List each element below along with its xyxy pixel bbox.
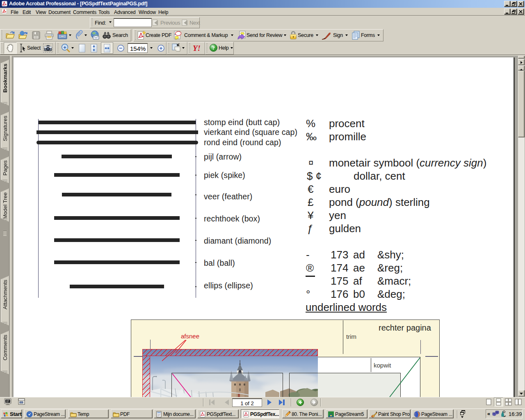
- svg-text:?: ?: [212, 45, 215, 51]
- svg-text:+: +: [160, 45, 163, 51]
- svg-text:+: +: [63, 44, 66, 50]
- svg-text:−: −: [119, 45, 123, 51]
